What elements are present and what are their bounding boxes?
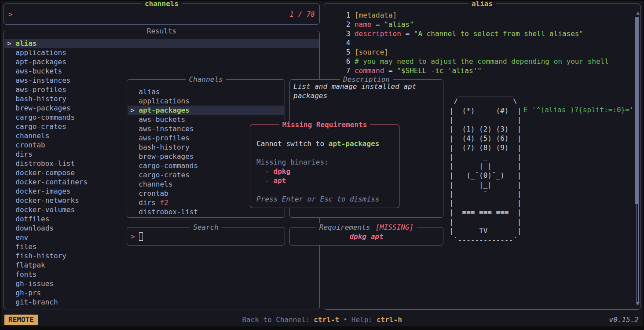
description-title: Description <box>290 75 443 84</box>
line-number: 6 <box>342 57 350 66</box>
channel-pattern-panel: channels > 1 / 78 <box>4 4 320 25</box>
preview-overflow-text: E '^(alias )?{split:=:0}=' <box>523 105 633 114</box>
item-label: gh-issues <box>15 279 54 288</box>
line-number: 7 <box>342 66 350 75</box>
modal-message: Cannot switch to apt-packages <box>250 139 399 148</box>
list-item[interactable]: fish-history <box>4 251 319 260</box>
list-item[interactable]: > alias <box>4 39 319 48</box>
selection-pointer-icon <box>130 171 139 179</box>
selection-pointer-icon <box>7 95 15 103</box>
selection-pointer-icon <box>7 270 15 279</box>
item-label: aws-buckets <box>15 67 62 75</box>
app-version: v0.15.2 <box>609 315 639 324</box>
code-token: description <box>355 29 401 38</box>
list-item[interactable]: distrobox-list <box>128 207 284 216</box>
list-item[interactable]: git-branch <box>4 297 319 307</box>
remote-search-title: Search <box>127 223 285 232</box>
item-label: docker-containers <box>15 178 88 186</box>
item-label: alias <box>139 88 160 96</box>
code-token: = <box>401 29 414 38</box>
code-line: 1[metadata] <box>342 11 640 20</box>
screen-edge <box>0 0 644 1</box>
text-cursor <box>139 232 143 241</box>
list-item[interactable]: alias <box>128 87 284 96</box>
code-token: name <box>355 20 372 29</box>
code-token: "alias" <box>384 20 413 29</box>
modal-title: Missing Requirements <box>250 120 399 129</box>
selection-pointer-icon <box>130 97 139 105</box>
selection-pointer-icon <box>7 196 15 205</box>
item-label: env <box>15 233 28 242</box>
list-item[interactable]: applications <box>4 48 319 57</box>
code-token: [source] <box>355 48 388 56</box>
selection-pointer-icon <box>7 150 15 158</box>
item-label: aws-profiles <box>15 85 66 94</box>
selection-pointer-icon <box>130 115 139 124</box>
code-token: # you may need to adjust the command dep… <box>355 57 609 66</box>
prompt-icon: > <box>131 232 135 241</box>
line-number: 5 <box>342 48 350 57</box>
selection-pointer-icon <box>7 58 15 66</box>
screen-edge <box>0 0 1 330</box>
item-label: cargo-crates <box>139 171 190 179</box>
line-number: 1 <box>342 11 350 20</box>
requirements-status: [MISSING] <box>372 223 417 231</box>
scrollbar-up-icon[interactable]: ▲ <box>636 10 640 15</box>
missing-requirements-modal: Missing Requirements Cannot switch to ap… <box>250 125 399 208</box>
item-label: aws-buckets <box>139 115 185 124</box>
code-token: "A channel to select from shell aliases" <box>414 29 583 38</box>
prompt-icon: > <box>8 10 13 19</box>
list-item[interactable]: > apt-packages <box>128 106 284 115</box>
selection-pointer-icon <box>130 125 139 133</box>
preview-code: 1[metadata]2name = "alias"3description =… <box>324 4 640 75</box>
selection-pointer-icon <box>7 252 15 260</box>
missing-binaries-list: - dpkg - apt <box>250 167 399 185</box>
selection-pointer-icon <box>7 233 15 242</box>
help-key: ctrl-h <box>377 315 402 324</box>
code-token: "$SHELL -ic 'alias'" <box>397 66 482 75</box>
list-item[interactable]: fonts <box>4 270 319 279</box>
item-label: apt-packages <box>139 106 190 114</box>
selection-pointer-icon <box>7 159 15 168</box>
item-label: docker-volumes <box>15 205 75 214</box>
code-token: [metadata] <box>355 11 397 19</box>
line-number: 4 <box>342 38 350 48</box>
selection-pointer-icon <box>7 76 15 84</box>
item-label: alias <box>15 39 37 48</box>
selection-pointer-icon <box>7 122 15 131</box>
list-item[interactable]: gh-prs <box>4 288 319 297</box>
code-line: 5[source] <box>342 48 640 57</box>
item-label: aws-instances <box>139 125 194 133</box>
selection-pointer-icon <box>7 242 15 251</box>
code-line: 6# you may need to adjust the command de… <box>342 57 640 66</box>
selection-pointer-icon <box>7 85 15 94</box>
missing-binaries-label: Missing binaries: <box>250 158 399 167</box>
list-item[interactable]: flatpak <box>4 260 319 270</box>
item-label: brew-packages <box>139 152 194 161</box>
item-label: crontab <box>139 189 168 198</box>
scrollbar-down-icon[interactable]: ▼ <box>636 301 640 306</box>
scrollbar-thumb[interactable] <box>635 17 639 204</box>
list-item[interactable]: applications <box>128 96 284 106</box>
missing-binary-item: - dpkg <box>250 167 399 176</box>
item-label: distrobox-list <box>15 159 75 168</box>
list-item[interactable]: apt-packages <box>4 57 319 66</box>
item-label: applications <box>15 48 66 57</box>
item-label: aws-instances <box>15 76 70 84</box>
item-label: files <box>15 242 37 251</box>
code-token: = <box>371 20 384 29</box>
item-label: crontab <box>15 141 45 149</box>
list-item[interactable]: aws-buckets <box>4 66 319 76</box>
dash-icon: - <box>256 176 274 185</box>
back-to-channel-key: ctrl-t <box>314 315 339 324</box>
item-label: cargo-commands <box>15 113 75 121</box>
selection-pointer-icon <box>7 104 15 112</box>
item-label: bash-history <box>139 143 190 151</box>
modal-dismiss-hint: Press Enter or Esc to dismiss <box>250 194 399 204</box>
item-label: channels <box>139 180 172 188</box>
list-item[interactable]: gh-issues <box>4 279 319 288</box>
selection-pointer-icon <box>7 298 15 306</box>
dash-icon: - <box>256 167 274 176</box>
code-token: command <box>355 66 384 75</box>
selection-pointer-icon: > <box>130 106 139 114</box>
